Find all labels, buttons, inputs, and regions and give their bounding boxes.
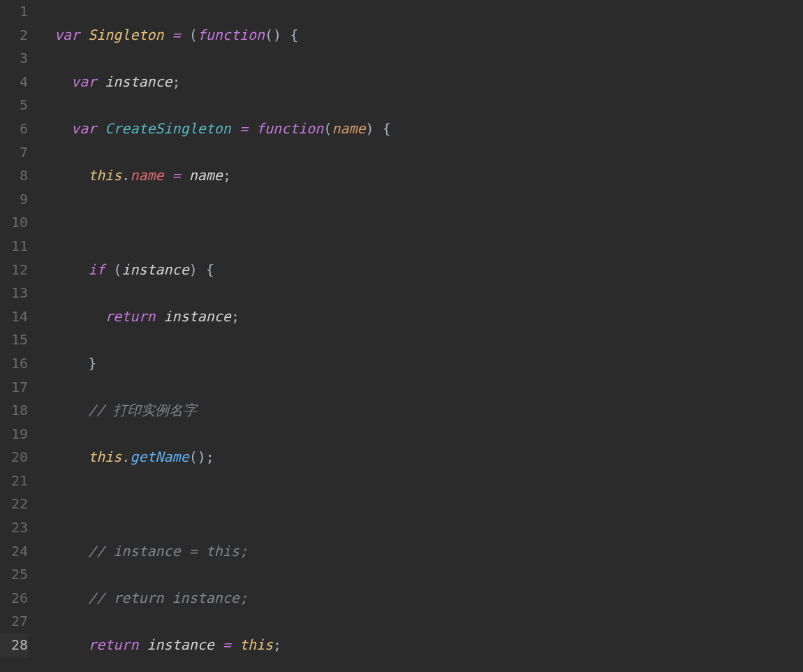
keyword-this: this: [240, 636, 273, 653]
code-line[interactable]: var instance;: [54, 71, 803, 94]
punctuation: ;: [231, 308, 240, 325]
punctuation: (: [105, 261, 121, 278]
code-line[interactable]: this.getName();: [54, 446, 803, 469]
code-line[interactable]: return instance = this;: [54, 634, 803, 657]
code-line[interactable]: if (instance) {: [54, 258, 803, 282]
keyword-this: this: [88, 448, 121, 465]
punctuation: (): [189, 448, 206, 465]
punctuation: ): [366, 120, 374, 137]
punctuation: (): [265, 27, 281, 43]
line-number: 28: [0, 634, 28, 657]
keyword-var: var: [71, 120, 96, 137]
operator: =: [223, 636, 231, 653]
punctuation: ;: [206, 448, 214, 465]
code-line[interactable]: var Singleton = (function() {: [54, 24, 803, 48]
punctuation: {: [374, 120, 391, 137]
code-line[interactable]: var CreateSingleton = function(name) {: [54, 117, 803, 141]
property: name: [130, 167, 163, 184]
line-number: 10: [0, 211, 28, 235]
method-name: getName: [130, 448, 189, 465]
keyword-return: return: [105, 308, 155, 325]
identifier: instance: [121, 261, 189, 278]
punctuation: ;: [223, 167, 231, 184]
keyword-function: function: [256, 120, 323, 137]
code-line[interactable]: // instance = this;: [54, 540, 803, 564]
line-number: 17: [0, 376, 28, 400]
line-number: 6: [0, 117, 28, 141]
line-number: 12: [0, 258, 28, 282]
code-line[interactable]: [54, 211, 803, 235]
line-number: 16: [0, 352, 28, 376]
punctuation: ;: [273, 636, 281, 653]
line-number: 19: [0, 423, 28, 446]
punctuation: }: [88, 355, 96, 372]
punctuation: ;: [172, 73, 181, 90]
code-line[interactable]: // return instance;: [54, 587, 803, 611]
line-number: 14: [0, 305, 28, 329]
line-number: 8: [0, 164, 28, 188]
code-line[interactable]: [54, 492, 803, 516]
identifier: Singleton: [88, 27, 163, 43]
punctuation: .: [121, 167, 130, 184]
code-editor[interactable]: var Singleton = (function() { var instan…: [40, 0, 803, 672]
parameter: name: [332, 120, 365, 137]
identifier: name: [189, 167, 223, 184]
punctuation: ): [189, 261, 198, 278]
keyword-var: var: [54, 27, 80, 43]
line-number: 25: [0, 563, 28, 587]
identifier: instance: [147, 636, 214, 653]
code-line[interactable]: // 打印实例名字: [54, 399, 803, 423]
line-number: 23: [0, 516, 28, 540]
operator: =: [172, 167, 181, 184]
line-number: 20: [0, 446, 28, 469]
code-line[interactable]: }: [54, 352, 803, 376]
line-number-gutter: 1 2 3 4 5 6 7 8 9 10 11 12 13 14 15 16 1…: [0, 0, 40, 672]
line-number: 27: [0, 610, 28, 634]
line-number: 15: [0, 328, 28, 352]
punctuation: {: [281, 27, 298, 43]
comment: // return instance;: [88, 590, 248, 606]
code-line[interactable]: return instance;: [54, 305, 803, 329]
line-number: 9: [0, 188, 28, 212]
comment: // 打印实例名字: [88, 402, 197, 418]
line-number: 2: [0, 24, 28, 48]
keyword-var: var: [71, 73, 96, 90]
line-number: 11: [0, 235, 28, 258]
keyword-this: this: [88, 167, 121, 184]
keyword-function: function: [198, 27, 265, 43]
identifier: instance: [164, 308, 231, 325]
identifier: instance: [105, 73, 172, 90]
line-number: 3: [0, 47, 28, 71]
line-number: 22: [0, 492, 28, 516]
line-number: 24: [0, 540, 28, 564]
line-number: 26: [0, 587, 28, 611]
keyword-if: if: [88, 261, 105, 278]
code-line[interactable]: this.name = name;: [54, 164, 803, 188]
line-number: 7: [0, 141, 28, 165]
punctuation: (: [323, 120, 332, 137]
operator: =: [172, 27, 181, 43]
line-number: 1: [0, 0, 28, 24]
punctuation: {: [198, 261, 214, 278]
function-name: CreateSingleton: [105, 120, 231, 137]
line-number: 21: [0, 469, 28, 493]
comment: // instance = this;: [88, 543, 248, 560]
operator: =: [240, 120, 248, 137]
line-number: 4: [0, 71, 28, 94]
line-number: 18: [0, 399, 28, 423]
punctuation: .: [121, 448, 130, 465]
punctuation: (: [189, 27, 198, 43]
keyword-return: return: [88, 636, 138, 653]
line-number: 5: [0, 94, 28, 117]
line-number: 13: [0, 282, 28, 305]
